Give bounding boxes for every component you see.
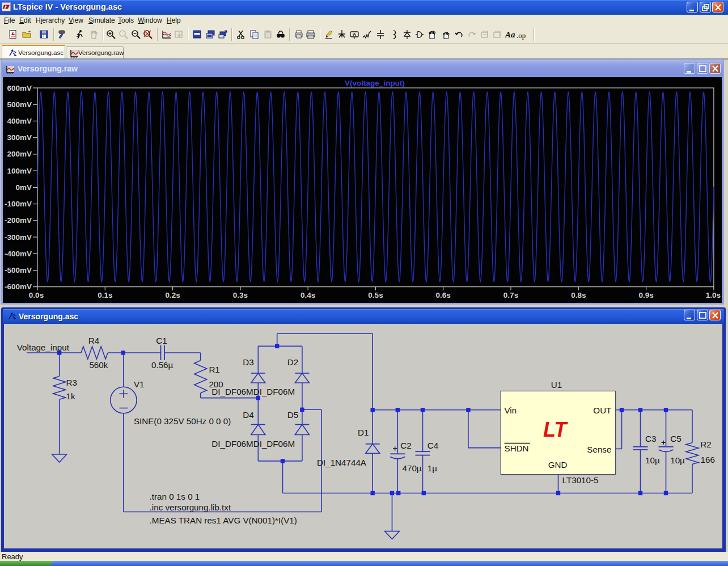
svg-text:SINE(0 325V 50Hz 0 0 0): SINE(0 325V 50Hz 0 0 0) bbox=[134, 416, 231, 426]
svg-text:Sense: Sense bbox=[587, 445, 611, 454]
svg-text:470µ: 470µ bbox=[403, 463, 422, 473]
svg-text:0.7s: 0.7s bbox=[503, 291, 518, 299]
svg-text:.inc versorgung.lib.txt: .inc versorgung.lib.txt bbox=[150, 502, 231, 512]
svg-text:R2: R2 bbox=[700, 440, 711, 449]
svg-text:0mV: 0mV bbox=[15, 183, 32, 192]
svg-text:OUT: OUT bbox=[593, 406, 611, 415]
svg-text:10µ: 10µ bbox=[645, 455, 660, 465]
svg-text:500mV: 500mV bbox=[7, 100, 32, 109]
svg-text:GND: GND bbox=[548, 460, 568, 470]
svg-text:1µ: 1µ bbox=[428, 463, 437, 473]
svg-text:0.2s: 0.2s bbox=[165, 291, 180, 299]
svg-text:1k: 1k bbox=[66, 391, 75, 401]
svg-text:0.9s: 0.9s bbox=[638, 291, 653, 299]
svg-text:-500mV: -500mV bbox=[5, 266, 32, 274]
svg-text:100mV: 100mV bbox=[7, 167, 32, 175]
svg-text:0.4s: 0.4s bbox=[300, 291, 315, 299]
svg-text:0.6s: 0.6s bbox=[436, 291, 451, 299]
svg-text:D2: D2 bbox=[287, 357, 298, 367]
svg-text:V(voltage_input): V(voltage_input) bbox=[345, 79, 405, 87]
svg-text:300mV: 300mV bbox=[7, 133, 32, 142]
svg-text:R4: R4 bbox=[88, 336, 99, 345]
svg-text:-200mV: -200mV bbox=[5, 216, 32, 225]
svg-text:0.56µ: 0.56µ bbox=[151, 360, 173, 370]
svg-text:C4: C4 bbox=[428, 441, 438, 450]
svg-text:LT: LT bbox=[543, 418, 568, 441]
svg-text:SHDN: SHDN bbox=[505, 443, 529, 453]
svg-text:560k: 560k bbox=[89, 360, 108, 370]
svg-text:166: 166 bbox=[701, 455, 715, 464]
svg-text:10µ: 10µ bbox=[670, 455, 685, 465]
svg-text:.tran 0 1s 0 1: .tran 0 1s 0 1 bbox=[150, 492, 200, 501]
svg-text:LT3010-5: LT3010-5 bbox=[562, 475, 599, 485]
svg-text:-300mV: -300mV bbox=[5, 233, 32, 242]
svg-text:-400mV: -400mV bbox=[5, 250, 32, 258]
svg-text:C3: C3 bbox=[645, 434, 656, 443]
svg-text:600mV: 600mV bbox=[7, 84, 32, 92]
svg-text:-600mV: -600mV bbox=[5, 282, 32, 291]
svg-text:D1: D1 bbox=[358, 428, 369, 437]
svg-text:200mV: 200mV bbox=[7, 150, 32, 158]
svg-text:DI_DF06MDI_DF06M: DI_DF06MDI_DF06M bbox=[211, 387, 295, 396]
svg-text:D4: D4 bbox=[243, 410, 253, 420]
svg-text:R1: R1 bbox=[209, 365, 219, 374]
svg-text:D5: D5 bbox=[287, 410, 298, 420]
svg-text:1.0s: 1.0s bbox=[706, 291, 721, 299]
svg-text:0.3s: 0.3s bbox=[233, 291, 248, 299]
svg-text:C2: C2 bbox=[400, 441, 411, 450]
svg-text:400mV: 400mV bbox=[7, 117, 32, 125]
svg-text:R3: R3 bbox=[66, 378, 77, 387]
svg-text:0.1s: 0.1s bbox=[98, 291, 112, 299]
svg-text:.MEAS TRAN res1 AVG V(N001)*I(: .MEAS TRAN res1 AVG V(N001)*I(V1) bbox=[150, 516, 297, 525]
svg-text:A: A bbox=[353, 32, 357, 37]
svg-text:C5: C5 bbox=[670, 434, 681, 443]
svg-text:Vin: Vin bbox=[505, 406, 517, 415]
svg-text:Voltage_input: Voltage_input bbox=[17, 343, 70, 352]
svg-text:-100mV: -100mV bbox=[5, 200, 32, 208]
svg-text:D3: D3 bbox=[243, 357, 253, 367]
svg-text:U1: U1 bbox=[551, 380, 562, 390]
svg-text:V1: V1 bbox=[134, 379, 145, 389]
svg-text:DI_1N4744A: DI_1N4744A bbox=[317, 458, 367, 467]
svg-text:0.8s: 0.8s bbox=[571, 291, 586, 299]
svg-text:C1: C1 bbox=[156, 336, 167, 345]
svg-text:DI_DF06MDI_DF06M: DI_DF06MDI_DF06M bbox=[211, 439, 295, 449]
svg-text:0.0s: 0.0s bbox=[29, 291, 44, 299]
svg-text:0.5s: 0.5s bbox=[368, 291, 383, 299]
